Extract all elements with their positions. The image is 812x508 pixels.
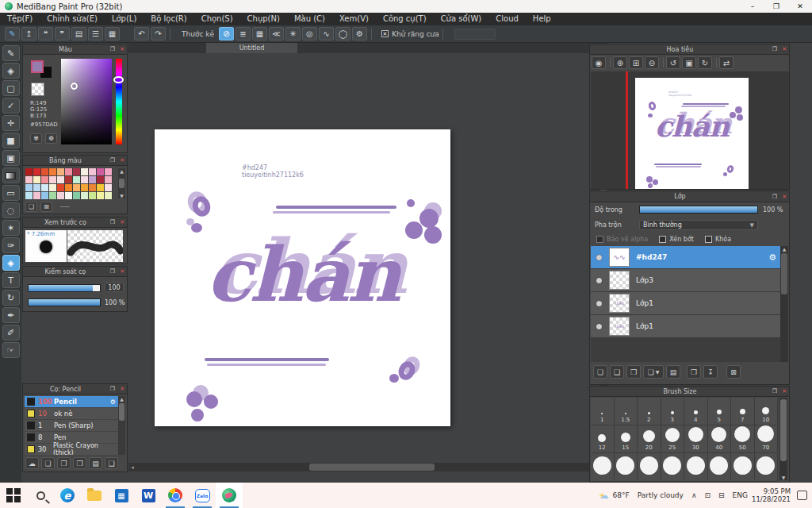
brush-size-option[interactable]: 12 <box>591 425 615 453</box>
brush-size-option[interactable]: 20 <box>638 425 661 453</box>
brush-size-option[interactable] <box>708 454 732 482</box>
layer-row-lop3[interactable]: Lớp3 <box>591 269 783 292</box>
brush-size-option[interactable]: 1 <box>591 398 615 425</box>
menu-lop[interactable]: Lớp(L) <box>105 13 144 25</box>
panel-grid-icon[interactable]: ▦ <box>105 27 120 40</box>
magic-wand-tool[interactable]: ✶ <box>2 220 20 236</box>
horizontal-scrollbar[interactable]: ◂ ▸ <box>128 463 599 471</box>
ruler-radial-icon[interactable]: ✳ <box>285 27 301 40</box>
layer-list-scrollbar[interactable]: ▲ <box>780 246 788 362</box>
brush-size-option[interactable]: 15 <box>615 425 638 453</box>
fill-rect-tool[interactable]: ■ <box>2 133 20 148</box>
text-tool[interactable]: T <box>2 272 20 288</box>
taskbar-store[interactable]: ▦ <box>108 483 135 508</box>
scroll-down-icon[interactable]: ▼ <box>782 475 786 480</box>
move-tool[interactable]: ✛ <box>2 115 20 131</box>
taskbar-search-button[interactable] <box>27 483 54 508</box>
taskbar-word[interactable]: W <box>135 483 162 508</box>
menu-help[interactable]: Help <box>526 13 558 25</box>
menu-tep[interactable]: Tệp(F) <box>0 13 40 25</box>
ruler-settings-icon[interactable]: ⚙ <box>352 27 367 40</box>
brush-size-option[interactable] <box>638 454 661 482</box>
layer-visibility-dot[interactable] <box>596 301 602 306</box>
merge-layer-icon[interactable]: ❐ <box>687 365 701 379</box>
new-layer-8bit-icon[interactable]: ❑ <box>610 365 624 379</box>
popout-icon[interactable]: ❐ <box>772 46 777 52</box>
layer-visibility-dot[interactable] <box>596 255 602 260</box>
scroll-thumb[interactable] <box>309 464 435 471</box>
bucket-tool[interactable]: ▣ <box>2 150 20 166</box>
layer-folder-icon[interactable]: ▤ <box>666 365 680 379</box>
zoom-out-icon[interactable]: ⊖ <box>645 56 659 69</box>
menu-cong-cu[interactable]: Công cụ(T) <box>376 13 434 25</box>
brush-size-option[interactable]: 2 <box>638 398 661 425</box>
layer-visibility-dot[interactable] <box>596 324 602 329</box>
brush-size-option[interactable]: 70 <box>755 425 779 453</box>
layer-row-hd247[interactable]: ∿∿ #hd247 ⚙ <box>591 246 783 269</box>
layer-row-lop1a[interactable]: chán Lớp1 <box>591 292 783 315</box>
rotate-cw-icon[interactable]: ↻ <box>698 56 712 69</box>
layer-row-lop1b[interactable]: chán Lớp1 <box>591 315 783 338</box>
scroll-up-icon[interactable]: ▲ <box>783 246 787 252</box>
brush-size-option[interactable]: 25 <box>661 425 685 453</box>
gear-icon[interactable]: ⚙ <box>768 252 776 263</box>
select-eraser-tool[interactable]: ◈ <box>2 255 20 271</box>
undo-button[interactable]: ↶ <box>134 27 149 40</box>
brush-size-option[interactable]: 7 <box>731 398 755 425</box>
clipping-checkbox[interactable]: Xén bớt <box>659 236 694 243</box>
menu-bo-loc[interactable]: Bộ lọc(R) <box>144 13 193 25</box>
navigator-view[interactable]: #hd247 tieuyeitinh27112k6 <box>591 71 789 189</box>
comment-icon[interactable]: ❝ <box>38 27 53 40</box>
scroll-thumb[interactable] <box>780 399 787 461</box>
brush-size-option[interactable] <box>684 454 708 482</box>
protect-alpha-checkbox[interactable]: Bảo vệ alpha <box>596 236 648 243</box>
ruler-concentric-icon[interactable]: ◎ <box>302 27 317 40</box>
hand-tool[interactable]: ☞ <box>2 342 20 358</box>
taskbar-chrome[interactable] <box>162 483 189 508</box>
taskbar-zalo[interactable]: Zalo <box>189 483 216 508</box>
shape-tool[interactable]: ▢ <box>2 80 20 96</box>
menu-xem[interactable]: Xem(V) <box>332 13 376 25</box>
menu-chon[interactable]: Chọn(S) <box>194 13 240 25</box>
brush-size-option[interactable]: 50 <box>731 425 755 453</box>
popout-icon[interactable]: ❐ <box>772 388 777 394</box>
select-tool[interactable]: ▭ <box>2 185 20 201</box>
eraser-tool[interactable]: ◈ <box>2 63 20 79</box>
redo-button[interactable]: ↷ <box>151 27 166 40</box>
ruler-ellipse-icon[interactable]: ◯ <box>335 27 350 40</box>
ruler-vanishing-icon[interactable]: ≪ <box>269 27 284 40</box>
popout-icon[interactable]: ❐ <box>772 194 777 200</box>
brush-size-option[interactable]: 30 <box>684 425 708 453</box>
ruler-parallel-icon[interactable]: ≣ <box>236 27 251 40</box>
ruler-curve-icon[interactable]: ∿ <box>319 27 334 40</box>
brush-size-option[interactable]: 5 <box>708 398 732 425</box>
tray-app-icon[interactable]: ⊡ <box>705 491 711 499</box>
brush-size-option[interactable] <box>755 454 779 482</box>
layer-opacity-slider[interactable] <box>639 206 758 214</box>
brush-tool[interactable]: ✎ <box>2 45 20 61</box>
menu-mau[interactable]: Màu (C) <box>287 13 332 25</box>
brush-size-scrollbar[interactable]: ▼ <box>779 398 787 480</box>
new-layer-icon[interactable]: ❏ <box>593 365 607 379</box>
ruler-off-icon[interactable]: ⊘ <box>219 27 234 40</box>
close-button[interactable]: ✕ <box>788 0 812 13</box>
transfer-layer-icon[interactable]: ↧ <box>703 365 718 379</box>
brush-size-option[interactable]: 10 <box>755 398 779 425</box>
brush-size-option[interactable]: 4 <box>684 398 708 425</box>
lasso-tool[interactable]: ◌ <box>2 202 20 218</box>
document-tab[interactable]: Untitled <box>206 43 297 53</box>
weather-condition[interactable]: Partly cloudy <box>638 491 684 499</box>
add-layer-menu-icon[interactable]: ❏▼ <box>643 365 664 379</box>
zoom-fit-icon[interactable]: ⊞ <box>629 56 643 69</box>
eyedropper-tool[interactable]: ✒ <box>2 307 20 323</box>
delete-layer-icon[interactable]: ⊠ <box>726 365 741 379</box>
network-icon[interactable]: ⊟ <box>718 491 725 499</box>
taskbar-edge[interactable]: e <box>54 483 81 508</box>
publish-icon[interactable]: ↥ <box>21 27 36 40</box>
rotate-ccw-icon[interactable]: ↺ <box>666 56 680 69</box>
taskbar-medibang[interactable] <box>216 483 243 508</box>
ruler-grid-icon[interactable]: ▦ <box>252 27 267 40</box>
language-indicator[interactable]: ENG <box>733 491 748 499</box>
menu-chinh-sua[interactable]: Chỉnh sửa(E) <box>40 13 105 25</box>
zoom-tool-icon[interactable]: ◉ <box>592 56 606 69</box>
